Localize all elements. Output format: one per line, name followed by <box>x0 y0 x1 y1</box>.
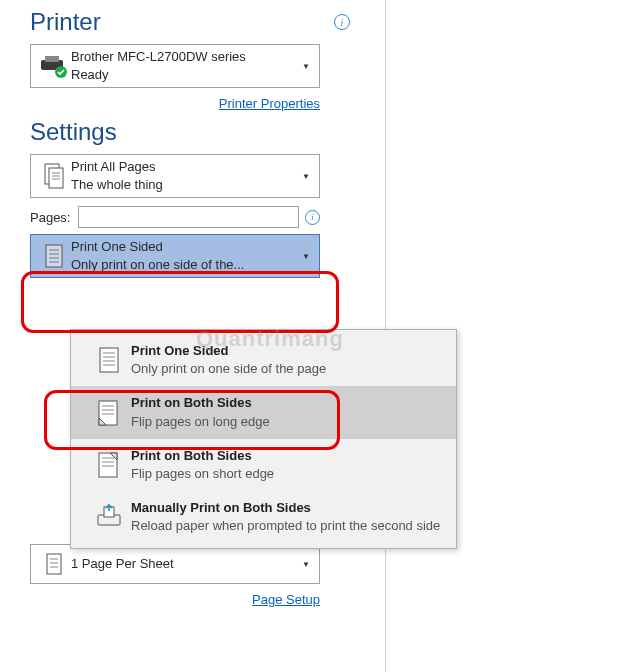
duplex-dropdown-panel: Print One Sided Only print on one side o… <box>70 329 457 549</box>
printer-status: Ready <box>71 66 299 84</box>
duplex-option-manual[interactable]: Manually Print on Both Sides Reload pape… <box>71 491 456 543</box>
settings-heading: Settings <box>30 118 390 146</box>
page-icon <box>37 551 71 577</box>
dropdown-caret-icon: ▼ <box>299 62 313 71</box>
svg-rect-17 <box>100 348 118 372</box>
option-title: Print on Both Sides <box>131 394 444 412</box>
duplex-title: Print One Sided <box>71 238 299 256</box>
dropdown-caret-icon: ▼ <box>299 252 313 261</box>
printer-properties-link[interactable]: Printer Properties <box>219 96 320 111</box>
svg-rect-4 <box>49 168 63 188</box>
svg-rect-13 <box>47 554 61 574</box>
pages-label: Pages: <box>30 210 70 225</box>
duplex-option-both-long-edge[interactable]: Print on Both Sides Flip pages on long e… <box>71 386 456 438</box>
print-range-selector[interactable]: Print All Pages The whole thing ▼ <box>30 154 320 198</box>
print-range-title: Print All Pages <box>71 158 299 176</box>
page-setup-link[interactable]: Page Setup <box>252 592 320 607</box>
pages-input[interactable] <box>78 206 299 228</box>
pages-stack-icon <box>37 162 71 190</box>
svg-rect-8 <box>46 245 62 267</box>
printer-heading-text: Printer <box>30 8 101 36</box>
option-title: Print One Sided <box>131 342 444 360</box>
print-range-sub: The whole thing <box>71 176 299 194</box>
option-sub: Reload paper when prompted to print the … <box>131 517 444 535</box>
duplex-selector[interactable]: Print One Sided Only print on one side o… <box>30 234 320 278</box>
dropdown-caret-icon: ▼ <box>299 560 313 569</box>
printer-manual-icon <box>87 503 131 531</box>
info-icon[interactable]: i <box>334 14 350 30</box>
printer-icon <box>37 54 71 78</box>
pages-per-sheet-selector[interactable]: 1 Page Per Sheet ▼ <box>30 544 320 584</box>
printer-selector[interactable]: Brother MFC-L2700DW series Ready ▼ <box>30 44 320 88</box>
duplex-option-one-sided[interactable]: Print One Sided Only print on one side o… <box>71 334 456 386</box>
pages-per-sheet-title: 1 Page Per Sheet <box>71 555 299 573</box>
option-sub: Flip pages on long edge <box>131 413 444 431</box>
page-single-icon <box>87 345 131 375</box>
info-icon[interactable]: i <box>305 210 320 225</box>
option-sub: Only print on one side of the page <box>131 360 444 378</box>
duplex-sub: Only print on one side of the... <box>71 256 299 274</box>
page-flip-short-icon <box>87 450 131 480</box>
page-single-icon <box>37 242 71 270</box>
printer-name: Brother MFC-L2700DW series <box>71 48 299 66</box>
svg-rect-1 <box>45 56 59 62</box>
printer-heading: Printer i <box>30 8 390 36</box>
duplex-option-both-short-edge[interactable]: Print on Both Sides Flip pages on short … <box>71 439 456 491</box>
page-flip-long-icon <box>87 398 131 428</box>
settings-heading-text: Settings <box>30 118 117 146</box>
option-sub: Flip pages on short edge <box>131 465 444 483</box>
option-title: Print on Both Sides <box>131 447 444 465</box>
dropdown-caret-icon: ▼ <box>299 172 313 181</box>
option-title: Manually Print on Both Sides <box>131 499 444 517</box>
